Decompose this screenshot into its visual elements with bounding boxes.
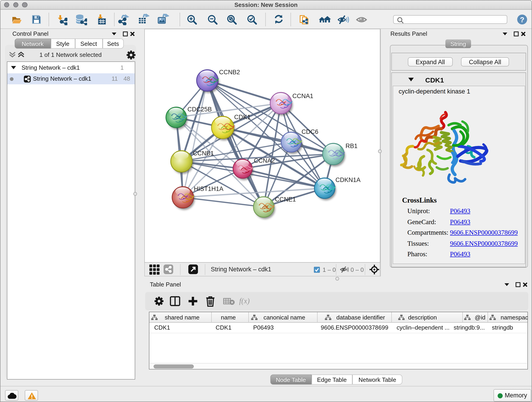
- svg-text:CDC6: CDC6: [302, 128, 318, 135]
- svg-text:HIST1H1A: HIST1H1A: [194, 185, 223, 192]
- svg-text:CDKN1A: CDKN1A: [336, 177, 361, 183]
- svg-text:CCNA2: CCNA2: [254, 157, 275, 164]
- svg-text:CDK1: CDK1: [234, 114, 251, 121]
- svg-text:CDC25B: CDC25B: [187, 106, 212, 113]
- svg-text:?: ?: [520, 15, 524, 24]
- svg-text:CCNE1: CCNE1: [275, 196, 296, 203]
- svg-text:CCNB2: CCNB2: [219, 69, 240, 76]
- svg-text:RB1: RB1: [346, 143, 358, 149]
- svg-text:CCNA1: CCNA1: [292, 93, 313, 99]
- svg-text:CCNB1: CCNB1: [193, 150, 214, 157]
